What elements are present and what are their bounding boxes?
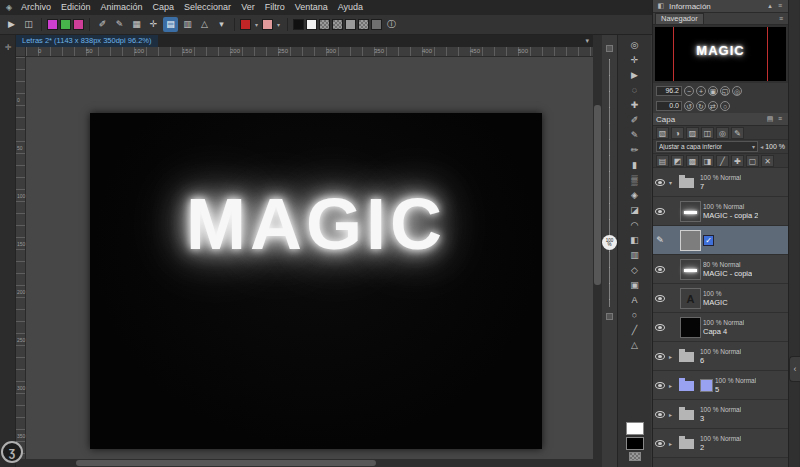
tool-ruler[interactable]: △ xyxy=(622,338,648,353)
main-color-swatch[interactable] xyxy=(293,19,304,30)
tool-text[interactable]: A xyxy=(622,293,648,308)
texture-swatch-1[interactable] xyxy=(358,19,369,30)
layer-check-icon[interactable]: ✓ xyxy=(703,235,714,246)
expression-color-icon[interactable]: ◑ xyxy=(671,127,684,139)
panel-menu-icon[interactable]: ≡ xyxy=(776,15,786,22)
actual-size-icon[interactable]: ◱ xyxy=(720,86,730,96)
layer-row[interactable]: 100 % NormalMAGIC - copia 2 xyxy=(653,197,788,226)
gray-swatch[interactable] xyxy=(345,19,356,30)
lock-layer-icon[interactable]: ◩ xyxy=(671,155,684,167)
tool-move[interactable]: ✛ xyxy=(622,53,648,68)
layer-row[interactable]: 100 % NormalCapa 4 xyxy=(653,313,788,342)
new-layer-icon[interactable]: ✚ xyxy=(731,155,744,167)
draft-layer-icon[interactable]: ✎ xyxy=(731,127,744,139)
navigator-panel-header[interactable]: Navegador ≡ xyxy=(653,13,788,25)
document-canvas[interactable]: MAGIC xyxy=(90,113,542,449)
tool-gradient[interactable]: ▥ xyxy=(622,248,648,263)
new-folder-icon[interactable]: ▢ xyxy=(746,155,759,167)
expand-arrow-icon[interactable]: ▾ xyxy=(667,179,674,186)
set-ruler-icon[interactable]: ╱ xyxy=(716,155,729,167)
navigator-zoom-value[interactable]: 96.2 xyxy=(656,86,682,96)
move-icon[interactable]: ✛ xyxy=(146,17,161,32)
panel-menu-icon[interactable]: ≡ xyxy=(775,115,785,123)
menu-capa[interactable]: Capa xyxy=(148,0,180,15)
select-cursor-icon[interactable]: ▶ xyxy=(4,17,19,32)
layer-mask-icon[interactable]: ◫ xyxy=(701,127,714,139)
layer-row[interactable]: ▸100 % Normal2 xyxy=(653,429,788,458)
tool-brush[interactable]: ▮ xyxy=(622,158,648,173)
layer-row[interactable]: A100 %MAGIC xyxy=(653,284,788,313)
layer-row[interactable]: ✎✓ xyxy=(653,226,788,255)
info-panel-header[interactable]: ◧ Información ▴≡ xyxy=(653,0,788,13)
tool-eraser[interactable]: ◪ xyxy=(622,203,648,218)
sub-color-swatch[interactable] xyxy=(306,19,317,30)
document-tab[interactable]: Letras 2* (1143 x 838px 350dpi 96.2%) xyxy=(16,35,158,47)
menu-ayuda[interactable]: Ayuda xyxy=(333,0,368,15)
opacity-slider-icon[interactable]: ◂ xyxy=(760,143,763,150)
line-color-swatch[interactable] xyxy=(240,19,251,30)
tool-eyedropper[interactable]: ✐ xyxy=(622,113,648,128)
folder-icon[interactable] xyxy=(679,381,694,391)
quick-color-magenta[interactable] xyxy=(47,19,58,30)
menu-edici-n[interactable]: Edición xyxy=(56,0,96,15)
vertical-scrollbar[interactable] xyxy=(593,35,602,467)
horizontal-scrollbar[interactable] xyxy=(16,459,593,467)
reset-view-icon[interactable]: ○ xyxy=(720,101,730,111)
layer-opacity-value[interactable]: 100 % xyxy=(765,143,785,150)
clip-studio-logo[interactable]: ʒ xyxy=(1,441,23,463)
slider-minus-button[interactable] xyxy=(606,313,613,320)
main-color-swatch[interactable] xyxy=(626,422,644,435)
eye-icon[interactable] xyxy=(655,266,665,273)
clip-below-icon[interactable]: ▤ xyxy=(656,155,669,167)
expand-arrow-icon[interactable]: ▸ xyxy=(667,411,674,418)
reference-layer-icon[interactable]: ◎ xyxy=(716,127,729,139)
flip-horizontal-icon[interactable]: ⇄ xyxy=(708,101,718,111)
line-color-swatch-caret-icon[interactable]: ▾ xyxy=(253,21,260,28)
layer-thumbnail[interactable] xyxy=(680,230,701,251)
folder-icon[interactable] xyxy=(679,439,694,449)
palette-effect-icon[interactable]: ▧ xyxy=(656,127,669,139)
menu-seleccionar[interactable]: Seleccionar xyxy=(179,0,236,15)
tool-balloon[interactable]: ○ xyxy=(622,308,648,323)
palette-dock-icon[interactable]: ▤ xyxy=(765,115,775,123)
layer-thumbnail[interactable] xyxy=(680,201,701,222)
quick-color-green[interactable] xyxy=(60,19,71,30)
folder-icon[interactable] xyxy=(679,178,694,188)
layer-color-chip[interactable] xyxy=(700,379,713,392)
layer-row[interactable]: ▸100 % Normal6 xyxy=(653,342,788,371)
layer-panel-header[interactable]: Capa ▤≡ xyxy=(653,113,788,126)
eye-icon[interactable] xyxy=(655,208,665,215)
snap-caret-icon[interactable]: ▾ xyxy=(214,17,229,32)
delete-layer-icon[interactable]: ✕ xyxy=(761,155,774,167)
expand-arrow-icon[interactable]: ▸ xyxy=(667,353,674,360)
tool-correction[interactable]: ╱ xyxy=(622,323,648,338)
slider-knob[interactable]: 100 % xyxy=(602,235,617,250)
quick-color-pink[interactable] xyxy=(73,19,84,30)
expand-arrow-icon[interactable]: ▸ xyxy=(667,382,674,389)
rotate-left-icon[interactable]: ↺ xyxy=(684,101,694,111)
tool-wand[interactable]: ✚ xyxy=(622,98,648,113)
eye-icon[interactable] xyxy=(655,382,665,389)
tool-decoration[interactable]: ◈ xyxy=(622,188,648,203)
panel-menu-icon[interactable]: ≡ xyxy=(775,2,785,10)
collapse-icon[interactable]: ▴ xyxy=(765,2,775,10)
onion-skin-icon[interactable]: ▥ xyxy=(180,17,195,32)
sub-color-swatch[interactable] xyxy=(626,437,644,450)
eye-icon[interactable] xyxy=(655,353,665,360)
grid-icon[interactable]: ▤ xyxy=(163,17,178,32)
eye-icon[interactable] xyxy=(655,179,665,186)
layer-row[interactable]: ▸100 % Normal5 xyxy=(653,371,788,400)
menu-ventana[interactable]: Ventana xyxy=(290,0,333,15)
tone-icon[interactable]: ▨ xyxy=(686,127,699,139)
tab-list-caret-icon[interactable]: ▾ xyxy=(581,35,593,47)
tool-lasso[interactable]: ◌ xyxy=(622,83,648,98)
info-icon[interactable]: ⓘ xyxy=(384,17,399,32)
tool-blend[interactable]: ◠ xyxy=(622,218,648,233)
eyedropper-icon[interactable]: ✐ xyxy=(95,17,110,32)
pattern-swatch-2[interactable] xyxy=(332,19,343,30)
menu-filtro[interactable]: Filtro xyxy=(260,0,290,15)
menu-animaci-n[interactable]: Animación xyxy=(96,0,148,15)
menu-archivo[interactable]: Archivo xyxy=(16,0,56,15)
fill-color-swatch[interactable] xyxy=(262,19,273,30)
zoom-area-icon[interactable]: ◎ xyxy=(732,86,742,96)
